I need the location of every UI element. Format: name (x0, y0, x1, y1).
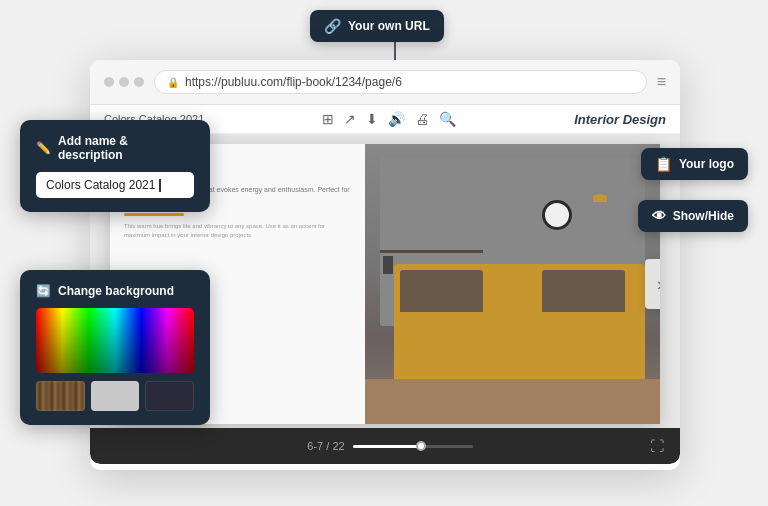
edit-icon: ✏️ (36, 141, 51, 155)
window-controls (104, 77, 144, 87)
url-bar[interactable]: 🔒 https://publuu.com/flip-book/1234/page… (154, 70, 647, 94)
fullscreen-button[interactable]: ⛶ (650, 438, 664, 454)
progress-bar[interactable] (353, 445, 473, 448)
gray-swatch[interactable] (91, 381, 140, 411)
close-dot (104, 77, 114, 87)
browser-menu-icon[interactable]: ≡ (657, 73, 666, 91)
link-icon: 🔗 (324, 18, 341, 34)
dark-swatch[interactable] (145, 381, 194, 411)
page-progress: 6-7 / 22 (130, 440, 650, 452)
refresh-icon: 🔄 (36, 284, 51, 298)
toolbar-icons: ⊞ ↗ ⬇ 🔊 🖨 🔍 (322, 111, 456, 127)
bottom-bar: 6-7 / 22 ⛶ (90, 428, 680, 464)
share-icon[interactable]: ↗ (344, 111, 356, 127)
eye-icon: 👁 (652, 208, 666, 224)
book-right-page: › (365, 144, 660, 424)
name-input[interactable]: Colors Catalog 2021 (36, 172, 194, 198)
panel-bg-title: 🔄 Change background (36, 284, 194, 298)
wood-swatch[interactable] (36, 381, 85, 411)
wall-clock (542, 200, 572, 230)
text-cursor (159, 179, 161, 192)
gradient-overlay (36, 308, 194, 373)
logo-icon: 📋 (655, 156, 672, 172)
progress-fill (353, 445, 419, 448)
browser-chrome: 🔒 https://publuu.com/flip-book/1234/page… (90, 60, 680, 105)
toolbar-brand: Interior Design (574, 112, 666, 127)
logo-callout: 📋 Your logo (641, 148, 748, 180)
showhide-callout: 👁 Show/Hide (638, 200, 748, 232)
progress-dot (416, 441, 426, 451)
url-text: https://publuu.com/flip-book/1234/page/6 (185, 75, 402, 89)
input-value: Colors Catalog 2021 (46, 178, 155, 192)
min-dot (119, 77, 129, 87)
bedroom-scene (365, 144, 660, 424)
texture-swatches (36, 381, 194, 411)
logo-callout-label: Your logo (679, 157, 734, 171)
max-dot (134, 77, 144, 87)
download-icon[interactable]: ⬇ (366, 111, 378, 127)
lock-icon: 🔒 (167, 77, 179, 88)
sound-icon[interactable]: 🔊 (388, 111, 405, 127)
print-icon[interactable]: 🖨 (415, 111, 429, 127)
panel-name-title: ✏️ Add name & description (36, 134, 194, 162)
url-callout: 🔗 Your own URL (310, 10, 444, 42)
page-info: 6-7 / 22 (307, 440, 344, 452)
next-page-button[interactable]: › (645, 259, 660, 309)
showhide-label: Show/Hide (673, 209, 734, 223)
url-callout-label: Your own URL (348, 19, 430, 33)
color-gradient-picker[interactable] (36, 308, 194, 373)
grid-icon[interactable]: ⊞ (322, 111, 334, 127)
change-background-panel: 🔄 Change background (20, 270, 210, 425)
search-icon[interactable]: 🔍 (439, 111, 456, 127)
name-description-panel: ✏️ Add name & description Colors Catalog… (20, 120, 210, 212)
